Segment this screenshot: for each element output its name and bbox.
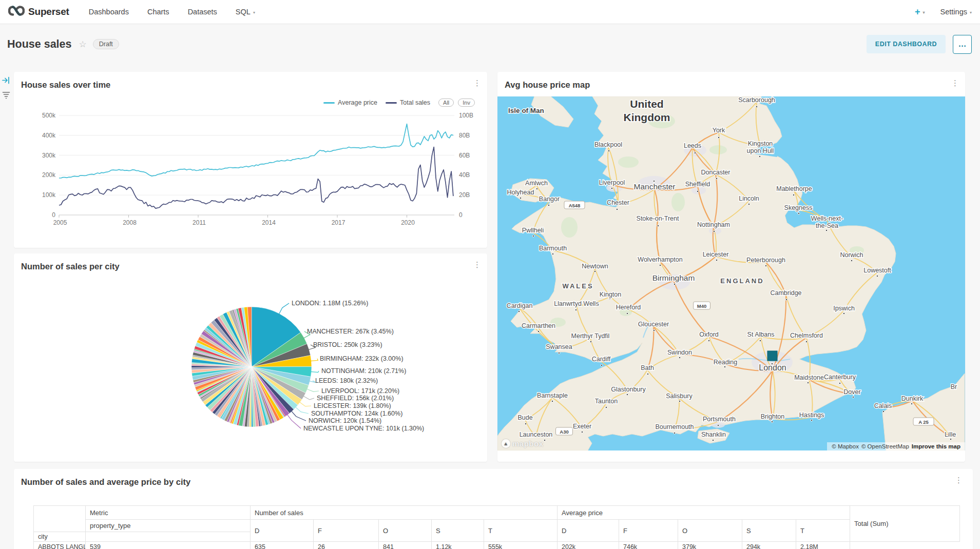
svg-text:Bath: Bath <box>641 364 654 371</box>
svg-text:Swindon: Swindon <box>667 349 692 356</box>
svg-text:400k: 400k <box>42 132 56 139</box>
nav-menu: Dashboards Charts Datasets SQL▾ <box>89 8 255 16</box>
metric-header: Metric <box>86 506 251 520</box>
svg-text:200k: 200k <box>42 171 56 179</box>
row-dimension-header: city <box>34 532 86 542</box>
svg-text:Kington: Kington <box>600 291 621 298</box>
svg-text:Wells-next-: Wells-next- <box>811 215 843 222</box>
svg-text:Oxford: Oxford <box>699 331 719 338</box>
svg-text:Pwllheli: Pwllheli <box>522 227 544 234</box>
svg-text:Hastings: Hastings <box>799 411 824 419</box>
svg-text:2014: 2014 <box>262 219 276 226</box>
kebab-menu-icon[interactable]: ⋮ <box>951 79 959 87</box>
new-item-button[interactable]: +▾ <box>915 7 925 17</box>
svg-text:Llanwrtyd Wells: Llanwrtyd Wells <box>554 300 599 307</box>
property-type-header: property_type <box>86 520 251 532</box>
edit-dashboard-button[interactable]: EDIT DASHBOARD <box>867 35 946 53</box>
svg-text:upon Hull: upon Hull <box>747 147 774 154</box>
nav-item-charts[interactable]: Charts <box>147 8 169 16</box>
nav-item-datasets[interactable]: Datasets <box>188 8 217 16</box>
svg-text:Swansea: Swansea <box>546 343 572 350</box>
superset-logo[interactable]: Superset <box>8 5 69 18</box>
chart-card-avg-house-price-map: Avg house price map ⋮ A548M40A30A 25Scar… <box>497 72 965 462</box>
cell-value: 379k <box>678 542 742 549</box>
svg-text:Leicester: Leicester <box>703 251 729 258</box>
svg-text:Salisbury: Salisbury <box>666 393 693 400</box>
legend-swatch <box>323 102 335 104</box>
svg-text:Portsmouth: Portsmouth <box>703 416 736 423</box>
svg-text:Hereford: Hereford <box>616 304 641 311</box>
svg-text:Barnstaple: Barnstaple <box>537 392 568 399</box>
svg-text:Newtown: Newtown <box>582 263 608 270</box>
svg-text:Cardiff: Cardiff <box>592 356 611 363</box>
kebab-menu-icon[interactable]: ⋮ <box>473 261 481 268</box>
svg-text:SOUTHAMPTON: 124k (1.60%): SOUTHAMPTON: 124k (1.60%) <box>311 410 402 417</box>
expand-filter-bar-icon[interactable] <box>2 76 10 87</box>
cell-value: 635 <box>251 542 314 549</box>
map-city-label: London <box>759 363 786 372</box>
legend-item-average-price[interactable]: Average price <box>323 99 377 106</box>
total-header: Total (Sum) <box>850 506 960 542</box>
favorite-star-icon[interactable]: ☆ <box>79 39 86 50</box>
top-navbar: Superset Dashboards Charts Datasets SQL▾… <box>0 0 980 24</box>
page-title: House sales <box>7 38 71 51</box>
improve-map-link[interactable]: Improve this map <box>912 443 960 449</box>
svg-text:Maidstone: Maidstone <box>794 374 824 381</box>
svg-text:Dover: Dover <box>843 388 860 396</box>
group-header-number-of-sales: Number of sales <box>251 506 558 520</box>
svg-text:LIVERPOOL: 171k (2.20%): LIVERPOOL: 171k (2.20%) <box>321 387 399 395</box>
nav-item-dashboards[interactable]: Dashboards <box>89 8 129 16</box>
map-city-label: Br <box>951 383 957 390</box>
chevron-down-icon: ▾ <box>970 10 972 15</box>
svg-text:Scarborough: Scarborough <box>738 96 775 104</box>
svg-text:A548: A548 <box>569 203 581 208</box>
chart-card-house-sales-over-time: House sales over time ⋮ Average price To… <box>14 72 487 248</box>
svg-text:London: London <box>759 363 786 372</box>
svg-text:60B: 60B <box>459 152 470 159</box>
subcol-header: D <box>251 520 314 542</box>
map-viewport[interactable]: A548M40A30A 25ScarboroughYorkKingstonupo… <box>497 96 965 450</box>
svg-text:2008: 2008 <box>123 219 137 226</box>
svg-text:Chelmsford: Chelmsford <box>790 332 823 339</box>
pie-chart[interactable]: LONDON: 1.18M (15.26%)MANCHESTER: 267k (… <box>14 253 487 462</box>
cell-value: 539 <box>86 542 251 549</box>
filter-icon[interactable] <box>2 90 11 101</box>
pivot-table: Metric Number of sales Average price Tot… <box>33 505 960 549</box>
svg-text:Dunkirk: Dunkirk <box>901 395 924 402</box>
chart-card-sales-per-city: Number of sales per city ⋮ LONDON: 1.18M… <box>14 253 487 462</box>
mapbox-copyright[interactable]: © Mapbox <box>832 443 859 449</box>
subcol-header: T <box>484 520 558 542</box>
legend-item-total-sales[interactable]: Total sales <box>386 99 430 106</box>
svg-text:Mablethorpe: Mablethorpe <box>776 185 812 192</box>
svg-text:Stoke-on-Trent: Stoke-on-Trent <box>637 215 679 222</box>
svg-text:Cambridge: Cambridge <box>770 289 801 297</box>
blank-cell <box>86 532 251 542</box>
nav-item-sql[interactable]: SQL▾ <box>236 8 255 16</box>
mapbox-logo[interactable]: ▲ mapbox <box>502 439 544 448</box>
cell-value: 202k <box>558 542 619 549</box>
dashboard-grid: House sales over time ⋮ Average price To… <box>0 64 980 549</box>
svg-text:York: York <box>713 127 725 134</box>
svg-text:M40: M40 <box>697 303 706 309</box>
svg-text:2017: 2017 <box>332 219 345 226</box>
svg-text:United: United <box>630 98 663 110</box>
kebab-menu-icon[interactable]: ⋮ <box>955 476 963 484</box>
svg-text:A30: A30 <box>560 429 568 435</box>
more-options-button[interactable]: … <box>953 35 972 54</box>
svg-text:Canterbury: Canterbury <box>824 374 856 381</box>
svg-text:Peterborough: Peterborough <box>746 257 785 264</box>
svg-text:NORWICH: 120k (1.54%): NORWICH: 120k (1.54%) <box>309 417 381 424</box>
svg-text:Blackpool: Blackpool <box>594 141 622 148</box>
settings-menu[interactable]: Settings▾ <box>940 8 972 16</box>
svg-text:Reading: Reading <box>714 359 738 366</box>
legend-inv-button[interactable]: Inv <box>458 99 475 107</box>
svg-text:LEICESTER: 139k (1.80%): LEICESTER: 139k (1.80%) <box>314 402 391 409</box>
brand-name: Superset <box>28 6 69 17</box>
kebab-menu-icon[interactable]: ⋮ <box>473 79 481 87</box>
osm-copyright[interactable]: © OpenStreetMap <box>861 443 909 449</box>
legend-all-button[interactable]: All <box>438 99 454 107</box>
svg-text:BRISTOL: 250k (3.23%): BRISTOL: 250k (3.23%) <box>313 341 382 348</box>
group-header-average-price: Average price <box>558 506 850 520</box>
svg-text:Liverpool: Liverpool <box>599 179 625 186</box>
svg-text:Lille: Lille <box>945 431 956 438</box>
